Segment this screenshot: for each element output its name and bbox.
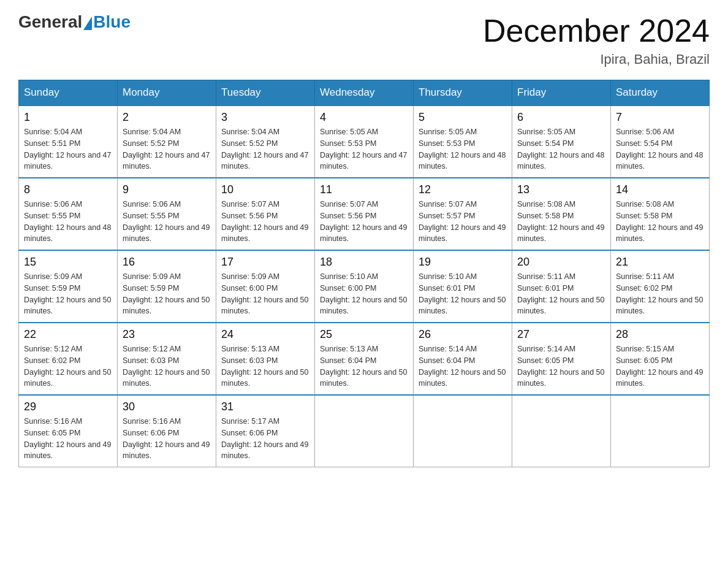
table-row: 19 Sunrise: 5:10 AM Sunset: 6:01 PM Dayl… [414,250,512,323]
table-row: 2 Sunrise: 5:04 AM Sunset: 5:52 PM Dayli… [118,105,216,178]
day-number: 13 [517,183,605,196]
week-row-5: 29 Sunrise: 5:16 AM Sunset: 6:05 PM Dayl… [19,395,710,467]
day-number: 22 [24,328,112,341]
table-row: 9 Sunrise: 5:06 AM Sunset: 5:55 PM Dayli… [118,178,216,250]
day-info: Sunrise: 5:07 AM Sunset: 5:56 PM Dayligh… [221,199,309,245]
day-number: 14 [616,183,704,196]
location-subtitle: Ipira, Bahia, Brazil [483,52,710,67]
day-number: 5 [419,111,507,124]
day-number: 19 [419,256,507,269]
table-row [315,395,414,467]
table-row: 10 Sunrise: 5:07 AM Sunset: 5:56 PM Dayl… [216,178,315,250]
day-info: Sunrise: 5:06 AM Sunset: 5:55 PM Dayligh… [24,199,112,245]
day-info: Sunrise: 5:05 AM Sunset: 5:53 PM Dayligh… [419,126,507,172]
table-row: 15 Sunrise: 5:09 AM Sunset: 5:59 PM Dayl… [19,250,118,323]
logo: General Blue [18,12,131,32]
day-number: 29 [24,400,112,413]
day-info: Sunrise: 5:07 AM Sunset: 5:57 PM Dayligh… [419,199,507,245]
table-row: 25 Sunrise: 5:13 AM Sunset: 6:04 PM Dayl… [315,323,414,395]
day-info: Sunrise: 5:09 AM Sunset: 5:59 PM Dayligh… [123,271,211,317]
day-number: 3 [221,111,309,124]
day-number: 16 [123,256,211,269]
day-number: 7 [616,111,704,124]
table-row: 29 Sunrise: 5:16 AM Sunset: 6:05 PM Dayl… [19,395,118,467]
table-row: 13 Sunrise: 5:08 AM Sunset: 5:58 PM Dayl… [512,178,611,250]
day-number: 1 [24,111,112,124]
col-wednesday: Wednesday [315,80,414,106]
col-saturday: Saturday [611,80,710,106]
day-number: 15 [24,256,112,269]
day-number: 27 [517,328,605,341]
day-number: 25 [320,328,408,341]
table-row: 28 Sunrise: 5:15 AM Sunset: 6:05 PM Dayl… [611,323,710,395]
page-header: General Blue December 2024 Ipira, Bahia,… [18,12,710,67]
day-number: 31 [221,400,309,413]
day-number: 11 [320,183,408,196]
table-row: 23 Sunrise: 5:12 AM Sunset: 6:03 PM Dayl… [118,323,216,395]
day-info: Sunrise: 5:06 AM Sunset: 5:54 PM Dayligh… [616,126,704,172]
day-number: 12 [419,183,507,196]
col-friday: Friday [512,80,611,106]
table-row: 3 Sunrise: 5:04 AM Sunset: 5:52 PM Dayli… [216,105,315,178]
table-row: 1 Sunrise: 5:04 AM Sunset: 5:51 PM Dayli… [19,105,118,178]
table-row: 27 Sunrise: 5:14 AM Sunset: 6:05 PM Dayl… [512,323,611,395]
day-info: Sunrise: 5:08 AM Sunset: 5:58 PM Dayligh… [517,199,605,245]
day-number: 18 [320,256,408,269]
day-info: Sunrise: 5:09 AM Sunset: 6:00 PM Dayligh… [221,271,309,317]
day-info: Sunrise: 5:14 AM Sunset: 6:05 PM Dayligh… [517,343,605,389]
table-row: 31 Sunrise: 5:17 AM Sunset: 6:06 PM Dayl… [216,395,315,467]
day-number: 30 [123,400,211,413]
logo-triangle-icon [83,17,92,30]
table-row [414,395,512,467]
week-row-4: 22 Sunrise: 5:12 AM Sunset: 6:02 PM Dayl… [19,323,710,395]
table-row: 12 Sunrise: 5:07 AM Sunset: 5:57 PM Dayl… [414,178,512,250]
day-number: 23 [123,328,211,341]
day-info: Sunrise: 5:13 AM Sunset: 6:04 PM Dayligh… [320,343,408,389]
day-info: Sunrise: 5:09 AM Sunset: 5:59 PM Dayligh… [24,271,112,317]
day-number: 8 [24,183,112,196]
day-info: Sunrise: 5:08 AM Sunset: 5:58 PM Dayligh… [616,199,704,245]
day-number: 9 [123,183,211,196]
table-row: 16 Sunrise: 5:09 AM Sunset: 5:59 PM Dayl… [118,250,216,323]
table-row: 26 Sunrise: 5:14 AM Sunset: 6:04 PM Dayl… [414,323,512,395]
day-number: 24 [221,328,309,341]
table-row: 22 Sunrise: 5:12 AM Sunset: 6:02 PM Dayl… [19,323,118,395]
table-row: 30 Sunrise: 5:16 AM Sunset: 6:06 PM Dayl… [118,395,216,467]
col-sunday: Sunday [19,80,118,106]
day-number: 28 [616,328,704,341]
week-row-2: 8 Sunrise: 5:06 AM Sunset: 5:55 PM Dayli… [19,178,710,250]
table-row [611,395,710,467]
table-row: 18 Sunrise: 5:10 AM Sunset: 6:00 PM Dayl… [315,250,414,323]
day-number: 21 [616,256,704,269]
day-info: Sunrise: 5:16 AM Sunset: 6:06 PM Dayligh… [123,416,211,462]
day-info: Sunrise: 5:10 AM Sunset: 6:00 PM Dayligh… [320,271,408,317]
day-info: Sunrise: 5:04 AM Sunset: 5:52 PM Dayligh… [123,126,211,172]
day-info: Sunrise: 5:05 AM Sunset: 5:54 PM Dayligh… [517,126,605,172]
col-monday: Monday [118,80,216,106]
table-row: 5 Sunrise: 5:05 AM Sunset: 5:53 PM Dayli… [414,105,512,178]
day-info: Sunrise: 5:10 AM Sunset: 6:01 PM Dayligh… [419,271,507,317]
day-info: Sunrise: 5:17 AM Sunset: 6:06 PM Dayligh… [221,416,309,462]
table-row: 8 Sunrise: 5:06 AM Sunset: 5:55 PM Dayli… [19,178,118,250]
col-thursday: Thursday [414,80,512,106]
month-year-title: December 2024 [483,12,710,49]
day-info: Sunrise: 5:13 AM Sunset: 6:03 PM Dayligh… [221,343,309,389]
logo-blue-part: Blue [82,12,131,32]
logo-general-text: General [18,12,82,32]
table-row: 21 Sunrise: 5:11 AM Sunset: 6:02 PM Dayl… [611,250,710,323]
day-info: Sunrise: 5:14 AM Sunset: 6:04 PM Dayligh… [419,343,507,389]
day-info: Sunrise: 5:06 AM Sunset: 5:55 PM Dayligh… [123,199,211,245]
day-number: 10 [221,183,309,196]
table-row: 4 Sunrise: 5:05 AM Sunset: 5:53 PM Dayli… [315,105,414,178]
day-info: Sunrise: 5:11 AM Sunset: 6:02 PM Dayligh… [616,271,704,317]
col-tuesday: Tuesday [216,80,315,106]
day-number: 17 [221,256,309,269]
day-info: Sunrise: 5:16 AM Sunset: 6:05 PM Dayligh… [24,416,112,462]
table-row: 14 Sunrise: 5:08 AM Sunset: 5:58 PM Dayl… [611,178,710,250]
day-info: Sunrise: 5:11 AM Sunset: 6:01 PM Dayligh… [517,271,605,317]
day-number: 20 [517,256,605,269]
table-row: 17 Sunrise: 5:09 AM Sunset: 6:00 PM Dayl… [216,250,315,323]
day-info: Sunrise: 5:05 AM Sunset: 5:53 PM Dayligh… [320,126,408,172]
calendar-header-row: Sunday Monday Tuesday Wednesday Thursday… [19,80,710,106]
day-number: 26 [419,328,507,341]
